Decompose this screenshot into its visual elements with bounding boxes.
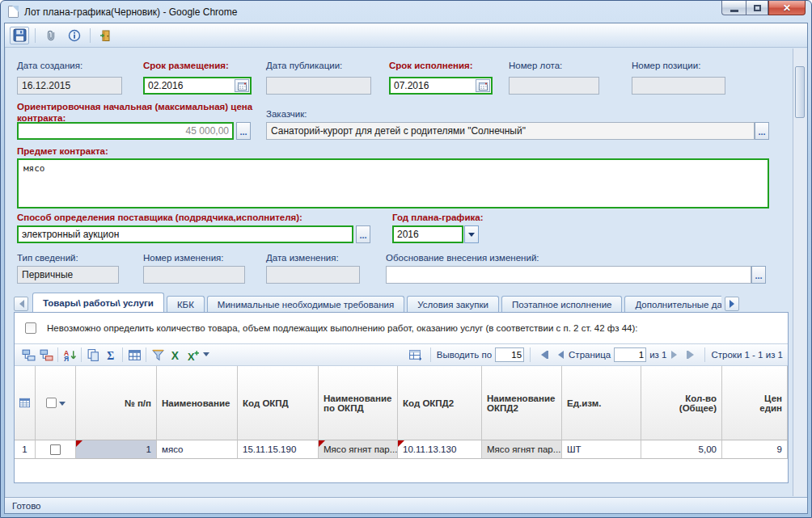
- next-page-button[interactable]: [670, 348, 683, 361]
- row-select-cell[interactable]: [36, 440, 76, 459]
- row-checkbox[interactable]: [50, 444, 61, 455]
- plan-year-label: Год плана-графика:: [392, 213, 483, 222]
- supplier-method-input[interactable]: [19, 227, 352, 242]
- table-row: 1 1 мясо 15.11.15.190 Мясо ягнят пар... …: [15, 440, 788, 459]
- publication-date-label: Дата публикации:: [266, 61, 342, 70]
- quantity-undeterminable-row: Невозможно определить количество товара,…: [15, 313, 788, 343]
- cell-name[interactable]: мясо: [157, 440, 238, 459]
- max-price-input[interactable]: [19, 124, 232, 138]
- column-header-name[interactable]: Наименование: [157, 366, 238, 440]
- first-page-button[interactable]: [536, 348, 549, 361]
- contract-subject-textarea[interactable]: [17, 158, 769, 208]
- max-price-lookup-button[interactable]: ...: [236, 122, 251, 140]
- lot-number-label: Номер лота:: [509, 61, 562, 70]
- excel-export-button[interactable]: X: [167, 346, 184, 364]
- arrow-right-icon: [730, 300, 738, 308]
- copy-icon: [87, 348, 100, 362]
- page-size-input[interactable]: [495, 347, 524, 362]
- delete-record-button[interactable]: [37, 346, 55, 364]
- cell-seq[interactable]: 1: [76, 440, 157, 459]
- add-record-button[interactable]: [19, 346, 37, 364]
- column-header-okpd2-name[interactable]: Наименование ОКПД2: [482, 366, 562, 440]
- svg-text:X: X: [188, 350, 195, 361]
- tab-kbk[interactable]: КБК: [167, 296, 205, 313]
- tabs-scroll-right-button[interactable]: [725, 297, 739, 311]
- tab-staged-execution[interactable]: Поэтапное исполнение: [501, 296, 623, 313]
- supplier-method-label: Способ определения поставщика (подрядчик…: [17, 213, 302, 222]
- change-justification-label: Обоснование внесения изменений:: [386, 253, 539, 263]
- cell-okpd-code[interactable]: 15.11.15.190: [238, 440, 319, 459]
- scrollbar-thumb[interactable]: [795, 66, 805, 118]
- app-window: Лот плана-графика(Черновик) - Google Chr…: [0, 0, 812, 518]
- column-header-okpd-code[interactable]: Код ОКПД: [238, 366, 319, 440]
- info-button[interactable]: [65, 27, 84, 44]
- exit-button[interactable]: [96, 27, 116, 44]
- info-icon: [68, 29, 81, 42]
- tab-min-requirements[interactable]: Минимальные необходимые требования: [207, 296, 404, 313]
- tab-additional-data[interactable]: Дополнительные данные: [624, 296, 721, 313]
- sum-icon: Σ: [104, 348, 118, 362]
- header-select-all-cell[interactable]: [36, 366, 76, 440]
- column-header-unit[interactable]: Ед.изм.: [562, 366, 641, 440]
- toolbar-separator: [35, 28, 36, 43]
- excel-menu-caret-icon[interactable]: [203, 352, 209, 360]
- placement-period-field-frame: [143, 77, 252, 95]
- copy-button[interactable]: [84, 346, 102, 364]
- cell-unit[interactable]: ШТ: [562, 440, 641, 459]
- column-header-price[interactable]: Цен един: [722, 366, 788, 440]
- change-date-field: [266, 266, 360, 284]
- attachments-button[interactable]: [41, 27, 61, 44]
- filter-button[interactable]: [149, 346, 167, 364]
- cell-okpd-name[interactable]: Мясо ягнят пар...: [319, 440, 398, 459]
- customer-lookup-button[interactable]: ...: [755, 122, 769, 140]
- cell-qty[interactable]: 5,00: [641, 440, 722, 459]
- cell-price[interactable]: 9: [722, 440, 788, 459]
- cell-okpd2-code[interactable]: 10.11.13.130: [398, 440, 482, 459]
- vertical-scrollbar[interactable]: [793, 48, 806, 496]
- column-header-okpd2-code[interactable]: Код ОКПД2: [398, 366, 482, 440]
- column-settings-button[interactable]: [125, 346, 143, 364]
- page-number-input[interactable]: [614, 347, 646, 362]
- last-page-button[interactable]: [686, 348, 699, 361]
- date-created-field: 16.12.2015: [17, 77, 122, 95]
- table-header-row: № п/п Наименование Код ОКПД Наименование…: [15, 366, 788, 440]
- header-grid-cell[interactable]: [15, 366, 36, 440]
- toolbar-separator: [57, 347, 58, 362]
- quantity-undeterminable-checkbox[interactable]: [25, 322, 36, 334]
- minimize-button[interactable]: [721, 1, 746, 15]
- sum-button[interactable]: Σ: [102, 346, 120, 364]
- tabs-scroll-left-button[interactable]: [14, 297, 28, 311]
- refresh-grid-button[interactable]: [407, 346, 425, 364]
- execution-calendar-button[interactable]: [476, 79, 490, 92]
- sort-button[interactable]: А Я: [61, 346, 78, 364]
- toolbar-separator: [122, 347, 123, 362]
- last-page-icon: [688, 351, 698, 359]
- row-number-cell[interactable]: 1: [15, 440, 36, 459]
- grid-icon: [19, 397, 30, 409]
- plan-year-dropdown-button[interactable]: [464, 225, 479, 243]
- prev-page-button[interactable]: [552, 348, 565, 361]
- change-justification-lookup-button[interactable]: ...: [751, 266, 766, 284]
- calendar-icon: [238, 82, 247, 91]
- lot-number-field: [509, 77, 599, 95]
- column-header-okpd-name[interactable]: Наименование по ОКПД: [319, 366, 398, 440]
- column-header-qty[interactable]: Кол-во (Общее): [641, 366, 722, 440]
- save-button[interactable]: [10, 27, 29, 44]
- tab-purchase-conditions[interactable]: Условия закупки: [407, 296, 499, 313]
- plan-year-input[interactable]: [394, 227, 462, 242]
- placement-calendar-button[interactable]: [235, 79, 249, 92]
- supplier-method-lookup-button[interactable]: ...: [356, 225, 370, 243]
- maximize-button[interactable]: [746, 1, 768, 15]
- excel-import-button[interactable]: X: [184, 346, 202, 364]
- tab-goods-works-services[interactable]: Товары\ работы\ услуги: [32, 293, 164, 313]
- close-button[interactable]: ✕: [768, 1, 806, 15]
- cell-okpd2-name[interactable]: Мясо ягнят пар...: [482, 440, 562, 459]
- column-header-seq[interactable]: № п/п: [76, 366, 157, 440]
- select-all-checkbox[interactable]: [46, 398, 57, 408]
- excel-icon: X: [169, 348, 183, 362]
- execution-period-input[interactable]: [391, 78, 475, 93]
- placement-period-input[interactable]: [145, 78, 234, 93]
- title-bar: Лот плана-графика(Черновик) - Google Chr…: [1, 1, 811, 23]
- first-page-icon: [537, 351, 547, 359]
- toolbar-separator: [81, 347, 82, 362]
